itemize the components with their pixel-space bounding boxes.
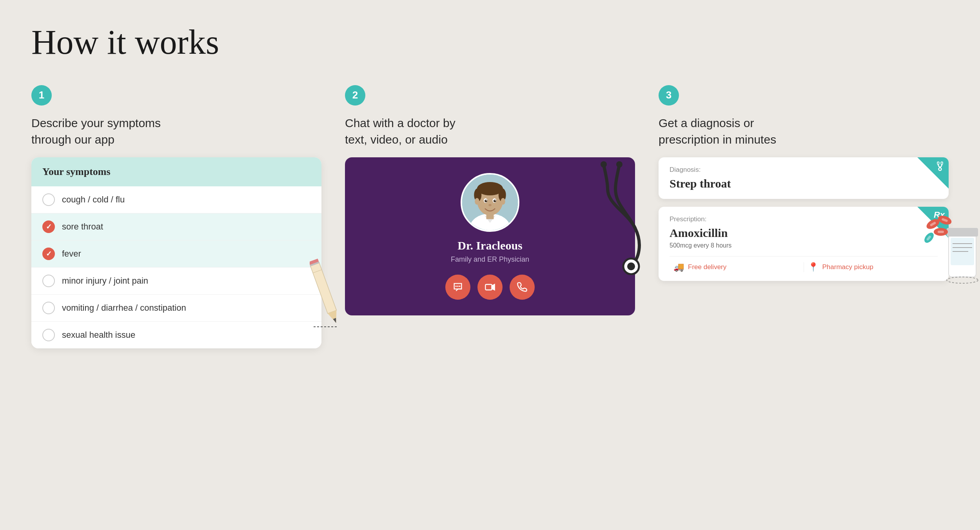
pharmacy-icon: 📍 — [808, 262, 818, 272]
doctor-name: Dr. Iracleous — [457, 239, 523, 252]
symptom-label-injury: minor injury / joint pain — [62, 276, 148, 286]
symptom-item[interactable]: cough / cold / flu — [31, 186, 321, 213]
step-3-badge: 3 — [659, 85, 679, 106]
symptom-checkbox-sore-throat[interactable] — [42, 220, 55, 233]
delivery-icon: 🚚 — [673, 262, 684, 272]
diagnosis-cards: Diagnosis: Strep throat Rx Prescription:… — [659, 157, 949, 281]
svg-point-23 — [501, 198, 505, 204]
doctor-avatar — [461, 173, 519, 232]
step-3: 3 Get a diagnosis orprescription in minu… — [659, 85, 949, 281]
diagnosis-card: Diagnosis: Strep throat — [659, 157, 949, 199]
phone-button[interactable] — [510, 275, 535, 300]
free-delivery-label: Free delivery — [688, 263, 726, 271]
step-2-badge: 2 — [345, 85, 365, 106]
prescription-detail: 500mcg every 8 hours — [670, 242, 938, 249]
symptom-item[interactable]: sexual health issue — [31, 322, 321, 348]
svg-point-25 — [457, 286, 459, 287]
svg-point-20 — [495, 200, 495, 201]
symptom-label-fever: fever — [62, 249, 81, 259]
symptom-checkbox-cough[interactable] — [42, 193, 55, 206]
doctor-actions — [445, 275, 535, 300]
step-2-description: Chat with a doctor bytext, video, or aud… — [345, 115, 635, 148]
symptom-checkbox-fever[interactable] — [42, 248, 55, 260]
page-title: How it works — [31, 24, 949, 62]
prescription-actions: 🚚 Free delivery 📍 Pharmacy pickup — [670, 256, 938, 272]
svg-rect-27 — [485, 284, 492, 290]
prescription-value: Amoxicillin — [670, 226, 938, 240]
stethoscope-icon — [935, 160, 946, 173]
symptom-item[interactable]: fever — [31, 240, 321, 268]
symptoms-header: Your symptoms — [31, 157, 321, 186]
step-1-badge: 1 — [31, 85, 52, 106]
symptom-label-sore-throat: sore throat — [62, 222, 103, 232]
svg-rect-33 — [949, 234, 976, 277]
pharmacy-pickup-action[interactable]: 📍 Pharmacy pickup — [804, 262, 938, 272]
svg-point-48 — [947, 277, 978, 283]
symptom-label-sexual: sexual health issue — [62, 330, 135, 340]
svg-point-24 — [456, 286, 457, 287]
svg-point-18 — [494, 200, 496, 202]
pharmacy-pickup-label: Pharmacy pickup — [822, 263, 873, 271]
doctor-card: Dr. Iracleous Family and ER Physician — [345, 157, 635, 315]
video-button[interactable] — [477, 275, 503, 300]
svg-marker-1 — [328, 310, 341, 324]
free-delivery-action[interactable]: 🚚 Free delivery — [670, 262, 804, 272]
chat-button[interactable] — [445, 275, 470, 300]
symptom-item[interactable]: sore throat — [31, 213, 321, 240]
svg-point-17 — [485, 200, 487, 202]
diagnosis-value: Strep throat — [670, 177, 938, 190]
svg-rect-34 — [947, 228, 978, 237]
symptom-checkbox-sexual[interactable] — [42, 329, 55, 341]
rx-icon: Rx — [934, 210, 945, 220]
svg-point-21 — [488, 204, 492, 206]
svg-point-19 — [486, 200, 486, 201]
svg-rect-35 — [951, 238, 974, 265]
step-2: 2 Chat with a doctor bytext, video, or a… — [345, 85, 635, 315]
prescription-label: Prescription: — [670, 215, 938, 223]
step-1-description: Describe your symptomsthrough our app — [31, 115, 321, 148]
symptoms-card: Your symptoms cough / cold / flu sore th… — [31, 157, 321, 348]
diagnosis-label: Diagnosis: — [670, 166, 938, 174]
symptom-item[interactable]: minor injury / joint pain — [31, 268, 321, 295]
prescription-card: Rx Prescription: Amoxicillin 500mcg ever… — [659, 207, 949, 281]
symptom-item[interactable]: vomiting / diarrhea / constipation — [31, 295, 321, 322]
svg-point-26 — [459, 286, 461, 287]
symptom-label-vomiting: vomiting / diarrhea / constipation — [62, 303, 186, 313]
symptom-checkbox-vomiting[interactable] — [42, 302, 55, 314]
doctor-title: Family and ER Physician — [451, 255, 529, 264]
steps-container: 1 Describe your symptomsthrough our app … — [31, 85, 949, 348]
svg-marker-2 — [333, 318, 338, 323]
step-1: 1 Describe your symptomsthrough our app … — [31, 85, 321, 348]
svg-point-22 — [475, 198, 479, 204]
svg-point-32 — [939, 168, 942, 170]
step-3-description: Get a diagnosis orprescription in minute… — [659, 115, 949, 148]
symptom-checkbox-injury[interactable] — [42, 275, 55, 287]
symptom-label-cough: cough / cold / flu — [62, 195, 125, 205]
